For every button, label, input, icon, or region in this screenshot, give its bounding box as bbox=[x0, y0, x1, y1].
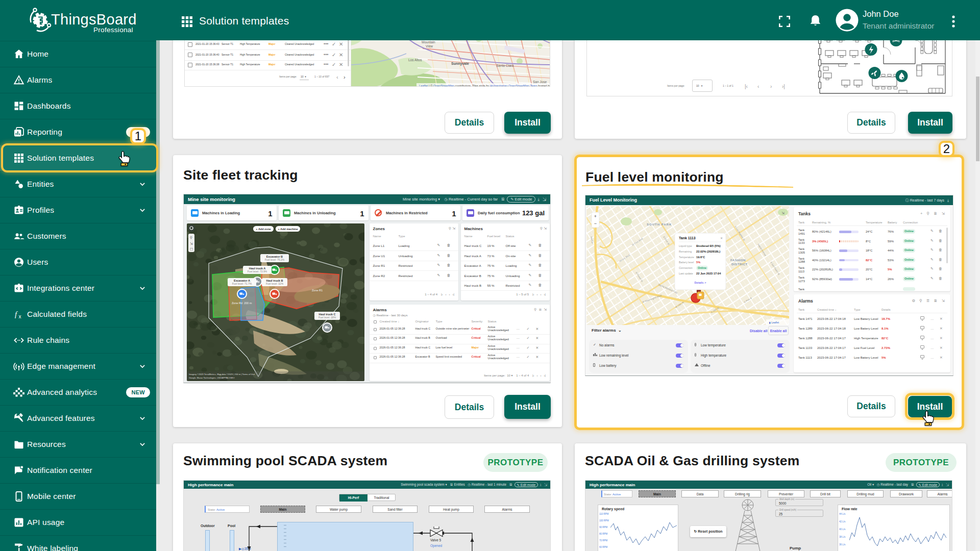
svg-text:Zone R1: Zone R1 bbox=[312, 289, 323, 292]
svg-text:+ Add machine: + Add machine bbox=[278, 228, 298, 231]
svg-text:Mountain: Mountain bbox=[422, 40, 435, 44]
svg-text:Excavator B: Excavator B bbox=[266, 255, 283, 258]
svg-text:Fuel level: 75.2%: Fuel level: 75.2% bbox=[265, 258, 285, 261]
svg-text:☐: ☐ bbox=[190, 247, 193, 251]
svg-text:Leaflet | © OpenStreetMap cont: Leaflet | © OpenStreetMap contributors, … bbox=[419, 84, 550, 87]
svg-text:f: f bbox=[15, 310, 18, 318]
svg-text:Sunnyvale: Sunnyvale bbox=[451, 62, 469, 66]
svg-text:Excavator A: Excavator A bbox=[234, 279, 250, 282]
svg-text:⇲: ⇲ bbox=[190, 242, 193, 245]
svg-text:Los Altos: Los Altos bbox=[408, 58, 422, 62]
svg-text:x: x bbox=[19, 314, 21, 319]
svg-text:View: View bbox=[426, 44, 433, 48]
svg-text:Fuel level: 18%: Fuel level: 18% bbox=[318, 316, 336, 319]
svg-text:Imagery ©2023 TerraMetrics, Ma: Imagery ©2023 TerraMetrics, Map data ©20… bbox=[189, 373, 255, 375]
svg-text:Haul truck C: Haul truck C bbox=[319, 313, 336, 316]
svg-text:Haul truck B: Haul truck B bbox=[266, 279, 283, 282]
svg-text:Haul truck A: Haul truck A bbox=[249, 267, 266, 270]
svg-text:Santa Clara: Santa Clara bbox=[496, 64, 514, 67]
svg-text:Fuel level: 32%: Fuel level: 32% bbox=[266, 282, 284, 285]
svg-text:Fuel level: 71.7%: Fuel level: 71.7% bbox=[232, 282, 252, 285]
svg-text:Zone Rd: Zone Rd bbox=[232, 302, 242, 305]
svg-text:Google, Maxar Technologies, US: Google, Maxar Technologies, USDA/FPAC/GE… bbox=[189, 377, 235, 379]
svg-text:⚲: ⚲ bbox=[190, 236, 192, 239]
svg-text:200 m: 200 m bbox=[244, 302, 252, 305]
svg-text:San Jose: San Jose bbox=[533, 80, 547, 84]
svg-text:Fuel level: 73.9%: Fuel level: 73.9% bbox=[248, 270, 267, 273]
svg-text:+ Add zone: + Add zone bbox=[256, 228, 271, 231]
